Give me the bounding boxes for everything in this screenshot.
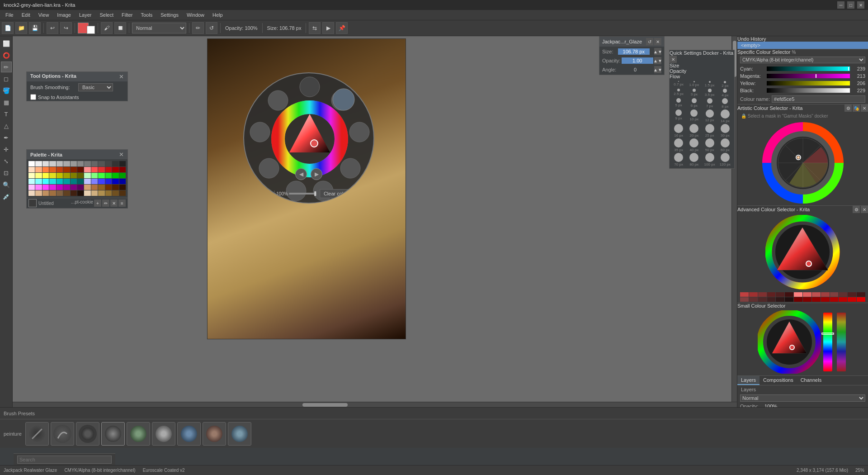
palette-swatch[interactable] [57,161,63,166]
menu-filter[interactable]: Filter [118,11,136,19]
palette-swatch[interactable] [49,190,56,196]
opacity-handle[interactable] [314,191,316,196]
small-colour-wheel[interactable] [758,310,821,374]
size-dot[interactable]: 3 px [687,89,701,97]
palette-swatch[interactable] [28,185,35,190]
adv-colour-swatch[interactable] [740,297,749,302]
artistic-colour-mask[interactable]: 🎭 [853,104,860,112]
adv-colour-swatch[interactable] [749,297,758,302]
quick-settings-close[interactable]: ✕ [670,56,677,63]
advanced-colour-settings[interactable]: ⚙ [853,206,860,213]
menu-tools[interactable]: Tools [137,11,156,19]
canvas-container[interactable]: ◀ ▶ ⬜ 🔑 100% Clear colours [13,36,737,407]
palette-swatch[interactable] [84,167,90,172]
palette-fg-color[interactable] [28,199,37,207]
blend-mode-select[interactable]: Normal Multiply Screen [132,23,186,33]
adv-colour-swatch[interactable] [839,297,847,302]
palette-swatch[interactable] [71,167,77,172]
palette-swatch[interactable] [71,179,77,184]
palette-swatch[interactable] [105,173,112,178]
palette-swatch[interactable] [105,185,112,190]
palette-swatch[interactable] [105,179,112,184]
brush-preset-2[interactable] [51,422,74,446]
palette-swatch[interactable] [112,161,118,166]
menu-file[interactable]: File [2,11,17,19]
palette-swatch[interactable] [77,190,84,196]
artistic-colour-settings[interactable]: ⚙ [844,104,852,112]
paint-brush-tool[interactable]: ✏ [1,62,12,72]
palette-swatch[interactable] [49,173,56,178]
palette-swatch[interactable] [49,167,56,172]
palette-menu-button[interactable]: ≡ [118,200,126,207]
layer-blend-select[interactable]: Normal Multiply Screen [740,394,865,402]
brush-preset-7[interactable] [177,422,201,446]
palette-swatch[interactable] [63,190,70,196]
palette-swatch[interactable] [119,167,126,172]
palette-swatch[interactable] [98,161,104,166]
adv-colour-swatch[interactable] [848,297,856,302]
adv-colour-swatch[interactable] [767,297,776,302]
size-dot[interactable]: 6 px [687,98,701,109]
palette-swatch[interactable] [91,167,98,172]
jackpack-close[interactable]: ✕ [654,38,661,45]
palette-swatch[interactable] [84,185,90,190]
popup-btn-right[interactable]: ▶ [311,168,322,180]
opacity-slider[interactable] [289,193,316,195]
palette-swatch[interactable] [105,167,112,172]
background-color[interactable] [87,26,95,34]
brush-preset-1[interactable] [25,422,49,446]
size-dot[interactable]: 10 px [687,109,701,123]
crop-tool[interactable]: ⊡ [1,167,12,178]
adv-colour-swatch[interactable] [812,292,821,297]
brush-preset-button[interactable]: ✏ [192,22,204,34]
size-dot[interactable]: 80 px [687,153,701,166]
refresh-button[interactable]: ↺ [206,22,217,34]
size-dot[interactable]: 100 px [703,153,717,166]
qs-tab-flow[interactable]: Flow [670,74,734,79]
zoom-tool[interactable]: 🔍 [1,179,12,190]
palette-swatch[interactable] [91,179,98,184]
shapes-tool[interactable]: △ [1,120,12,131]
fill-tool[interactable]: 🪣 [1,85,12,96]
palette-swatch[interactable] [91,173,98,178]
size-dot[interactable]: 60 px [718,138,732,152]
redo-button[interactable]: ↪ [60,22,72,34]
colour-name-input[interactable] [772,95,865,103]
brush-preset-4[interactable] [101,422,125,446]
menu-settings[interactable]: Settings [157,11,182,19]
artistic-colour-wheel[interactable] [762,122,844,204]
palette-swatch[interactable] [57,185,63,190]
menu-layer[interactable]: Layer [75,11,95,19]
size-dot[interactable]: 70 px [671,153,686,166]
clear-colours-button[interactable]: Clear colours [320,189,357,198]
advanced-colour-wheel[interactable] [765,215,840,290]
gradient-tool[interactable]: ▦ [1,97,12,108]
jackpack-size-input[interactable] [618,48,650,55]
palette-swatch[interactable] [71,190,77,196]
palette-swatch[interactable] [112,167,118,172]
jackpack-opacity-input[interactable] [622,57,653,64]
adv-colour-swatch[interactable] [740,292,749,297]
h-scroll-thumb[interactable] [302,403,348,407]
palette-swatch[interactable] [105,161,112,166]
palette-swatch[interactable] [49,179,56,184]
colour-model-select[interactable]: CMYK/Alpha (8-bit integer/channel) RGB/A… [740,57,865,63]
palette-swatch[interactable] [63,167,70,172]
adv-colour-swatch[interactable] [749,292,758,297]
palette-swatch[interactable] [35,167,42,172]
palette-swatch[interactable] [49,161,56,166]
brush-preset-5[interactable] [127,422,150,446]
palette-swatch[interactable] [112,173,118,178]
size-dot[interactable]: 120 px [718,153,732,166]
new-file-button[interactable]: 📄 [2,22,14,34]
brush-preset-6[interactable] [152,422,175,446]
palette-swatch[interactable] [119,179,126,184]
adv-colour-swatch[interactable] [830,292,839,297]
adv-colour-swatch[interactable] [821,297,830,302]
adv-colour-swatch[interactable] [839,292,847,297]
palette-swatch[interactable] [119,185,126,190]
open-file-button[interactable]: 📁 [15,22,27,34]
adv-colour-swatch[interactable] [776,297,784,302]
palette-swatch[interactable] [71,161,77,166]
search-input[interactable] [17,456,112,464]
